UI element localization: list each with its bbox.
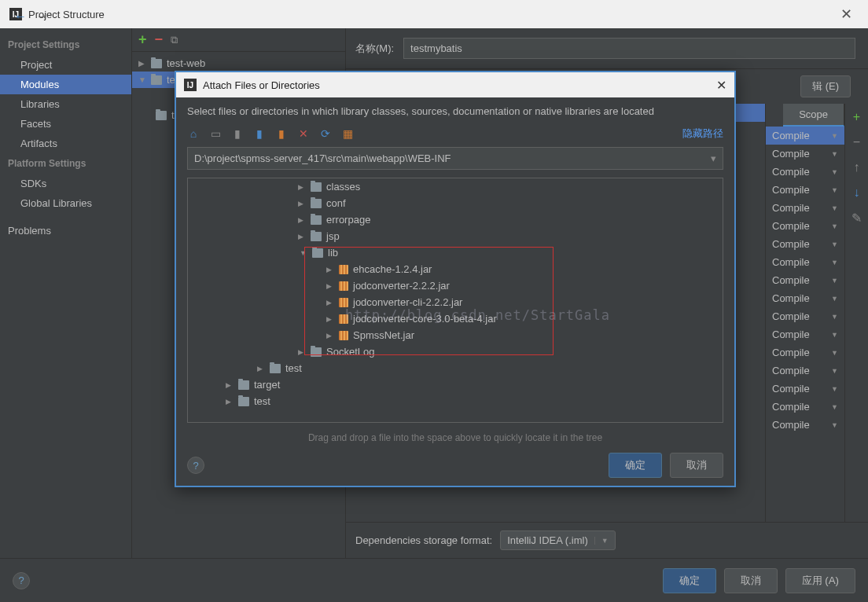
sidebar-item-project[interactable]: Project [0, 55, 131, 75]
tree-folder-row[interactable]: ▶errorpage [188, 211, 723, 228]
chevron-down-icon[interactable]: ▼ [831, 277, 838, 284]
tree-jar-row[interactable]: ▶jodconverter-core-3.0-beta-4.jar [188, 310, 723, 327]
move-down-icon[interactable]: ↓ [854, 185, 860, 200]
apply-button[interactable]: 应用 (A) [785, 568, 855, 593]
help-icon[interactable]: ? [13, 572, 30, 589]
sidebar-item-facets[interactable]: Facets [0, 114, 131, 134]
sidebar-item-problems[interactable]: Problems [0, 221, 131, 240]
path-input[interactable] [188, 148, 704, 169]
chevron-down-icon[interactable]: ▼ [138, 75, 146, 84]
chevron-down-icon[interactable]: ▼ [831, 421, 838, 429]
tree-folder-row[interactable]: ▶jsp [188, 228, 723, 244]
chevron-down-icon[interactable]: ▼ [831, 240, 838, 248]
module-name-input[interactable] [403, 38, 855, 59]
chevron-right-icon[interactable]: ▶ [298, 200, 306, 207]
delete-icon[interactable]: ✕ [297, 127, 310, 140]
chevron-down-icon[interactable]: ▼ [831, 385, 838, 393]
scope-cell[interactable]: Compile▼ [766, 398, 844, 416]
chevron-right-icon[interactable]: ▶ [298, 183, 306, 191]
scope-cell[interactable]: Compile▼ [766, 289, 844, 307]
scope-cell[interactable]: Compile▼ [766, 362, 844, 380]
chevron-right-icon[interactable]: ▶ [298, 233, 306, 240]
scope-cell[interactable]: Compile▼ [766, 199, 844, 217]
chevron-down-icon[interactable]: ▼ [831, 168, 838, 176]
file-tree[interactable]: ▶classes ▶conf ▶errorpage ▶jsp ▼lib ▶ehc… [187, 178, 723, 423]
tree-jar-row[interactable]: ▶ehcache-1.2.4.jar [188, 261, 723, 277]
close-icon[interactable]: ✕ [834, 2, 859, 26]
scope-cell[interactable]: Compile▼ [766, 271, 844, 289]
tree-folder-row[interactable]: ▶conf [188, 195, 723, 211]
remove-module-icon[interactable]: − [155, 31, 164, 48]
scope-cell[interactable]: Compile▼ [766, 163, 844, 181]
chevron-down-icon[interactable]: ▼ [831, 259, 838, 266]
tree-jar-row[interactable]: ▶jodconverter-2.2.2.jar [188, 277, 723, 294]
cancel-button[interactable]: 取消 [724, 568, 778, 593]
copy-module-icon[interactable]: ⧉ [171, 34, 178, 46]
home-icon[interactable]: ⌂ [187, 127, 200, 140]
chevron-down-icon[interactable]: ▼ [831, 367, 838, 375]
chevron-right-icon[interactable]: ▶ [226, 381, 234, 389]
chevron-down-icon[interactable]: ▼ [831, 331, 838, 339]
tree-folder-row[interactable]: ▶target [188, 376, 723, 393]
move-up-icon[interactable]: ↑ [854, 160, 860, 174]
scope-cell[interactable]: Compile▼ [766, 325, 844, 343]
chevron-down-icon[interactable]: ▼ [831, 132, 838, 140]
chevron-down-icon[interactable]: ▼ [831, 313, 838, 321]
tree-folder-row[interactable]: ▼lib [188, 244, 723, 261]
scope-cell[interactable]: Compile▼ [766, 253, 844, 271]
chevron-down-icon[interactable]: ▼ [831, 295, 838, 303]
storage-format-select[interactable]: IntelliJ IDEA (.iml) ▼ [500, 530, 616, 550]
scope-cell[interactable]: Compile▼ [766, 145, 844, 163]
scope-cell[interactable]: Compile▼ [766, 127, 844, 145]
chevron-down-icon[interactable]: ▼ [831, 349, 838, 357]
show-hidden-icon[interactable]: ▦ [341, 127, 354, 140]
add-dep-icon[interactable]: + [853, 110, 860, 124]
edit-button[interactable]: 辑 (E) [800, 75, 851, 97]
sidebar-item-artifacts[interactable]: Artifacts [0, 134, 131, 153]
ok-button[interactable]: 确定 [663, 568, 716, 593]
chevron-right-icon[interactable]: ▶ [326, 282, 334, 290]
chevron-down-icon[interactable]: ▼ [831, 204, 838, 212]
tree-folder-row[interactable]: ▶test [188, 360, 723, 376]
refresh-icon[interactable]: ⟳ [319, 127, 332, 140]
scope-cell[interactable]: Compile▼ [766, 217, 844, 235]
back-icon[interactable]: ← [14, 9, 27, 24]
chevron-right-icon[interactable]: ▶ [326, 315, 334, 323]
dialog-ok-button[interactable]: 确定 [609, 453, 662, 478]
scope-cell[interactable]: Compile▼ [766, 416, 844, 434]
sidebar-item-sdks[interactable]: SDKs [0, 174, 131, 193]
chevron-right-icon[interactable]: ▶ [326, 266, 334, 273]
chevron-right-icon[interactable]: ▶ [257, 365, 265, 373]
tree-folder-row[interactable]: ▶SocketLog [188, 343, 723, 360]
scope-cell[interactable]: Compile▼ [766, 380, 844, 398]
scope-cell[interactable]: Compile▼ [766, 343, 844, 362]
folder-icon[interactable]: ▮ [253, 127, 266, 140]
tree-folder-row[interactable]: ▶classes [188, 178, 723, 195]
chevron-down-icon[interactable]: ▼ [300, 249, 307, 257]
tree-jar-row[interactable]: ▶SpmssNet.jar [188, 327, 723, 343]
close-icon[interactable]: ✕ [716, 78, 726, 93]
dialog-cancel-button[interactable]: 取消 [670, 453, 723, 478]
chevron-down-icon[interactable]: ▼ [831, 150, 838, 158]
tree-jar-row[interactable]: ▶jodconverter-cli-2.2.2.jar [188, 294, 723, 310]
add-module-icon[interactable]: + [138, 31, 147, 48]
tree-folder-row[interactable]: ▶test [188, 393, 723, 409]
hide-path-link[interactable]: 隐藏路径 [682, 127, 723, 141]
chevron-right-icon[interactable]: ▶ [326, 299, 334, 307]
chevron-right-icon[interactable]: ▶ [326, 332, 334, 340]
chevron-right-icon[interactable]: ▶ [298, 348, 306, 356]
scope-column-header[interactable]: Scope [783, 104, 844, 127]
project-icon[interactable]: ▮ [231, 127, 244, 140]
chevron-right-icon[interactable]: ▶ [298, 216, 306, 224]
desktop-icon[interactable]: ▭ [209, 127, 222, 140]
sidebar-item-libraries[interactable]: Libraries [0, 94, 131, 114]
scope-cell[interactable]: Compile▼ [766, 307, 844, 325]
module-row[interactable]: ▶ test-web [132, 55, 345, 72]
path-history-icon[interactable]: ▾ [704, 149, 723, 167]
remove-dep-icon[interactable]: − [853, 135, 860, 149]
chevron-right-icon[interactable]: ▶ [138, 59, 146, 68]
help-icon[interactable]: ? [187, 457, 204, 474]
chevron-down-icon[interactable]: ▼ [831, 403, 838, 411]
new-folder-icon[interactable]: ▮ [275, 127, 288, 140]
chevron-right-icon[interactable]: ▶ [226, 398, 234, 406]
